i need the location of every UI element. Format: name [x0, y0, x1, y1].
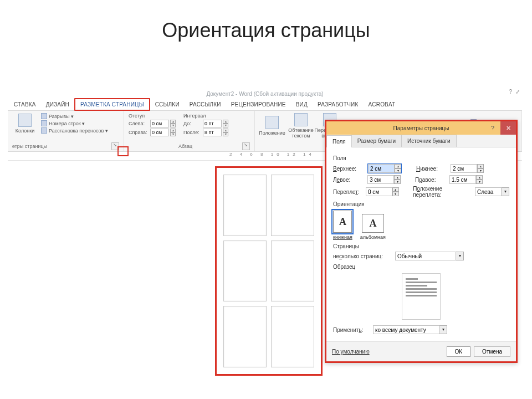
position-label: Положение	[259, 130, 285, 136]
chevron-down-icon[interactable]: ▾	[456, 252, 464, 260]
spin-down-icon[interactable]: ▾	[476, 180, 483, 184]
apply-to-value[interactable]	[373, 325, 439, 334]
spin-up-icon[interactable]: ▴	[223, 120, 228, 124]
dialog-tab-paper[interactable]: Размер бумаги	[351, 135, 402, 147]
tab-developer[interactable]: РАЗРАБОТЧИК	[313, 99, 363, 110]
wrap-text-button[interactable]: Обтекание текстом	[288, 113, 314, 139]
spacing-after-field[interactable]: ▴▾	[203, 129, 228, 136]
tab-acrobat[interactable]: ACROBAT	[363, 99, 400, 110]
gutter-position-select[interactable]: ▾	[475, 187, 509, 196]
margin-top-field[interactable]: ▴▾	[367, 163, 402, 173]
default-button[interactable]: По умолчанию	[332, 349, 370, 355]
landscape-icon: A	[362, 214, 384, 233]
chevron-down-icon[interactable]: ▾	[439, 325, 447, 334]
portrait-icon: A	[333, 211, 352, 233]
breaks-menu[interactable]: Разрывы ▾	[41, 113, 108, 119]
gutter-position-value[interactable]	[475, 187, 502, 196]
indent-right-field[interactable]: ▴▾	[150, 129, 176, 136]
multiple-pages-select[interactable]: ▾	[395, 252, 464, 260]
pages-section-label: Страницы	[333, 243, 509, 249]
paragraph-dialog-launcher[interactable]	[242, 142, 250, 150]
tab-insert[interactable]: СТАВКА	[9, 99, 41, 110]
spin-down-icon[interactable]: ▾	[395, 168, 401, 173]
margin-top-input[interactable]	[368, 164, 395, 173]
spin-up-icon[interactable]: ▴	[223, 129, 228, 132]
ribbon-tabs: СТАВКА ДИЗАЙН РАЗМЕТКА СТРАНИЦЫ ССЫЛКИ Р…	[8, 99, 522, 111]
tab-references[interactable]: ССЫЛКИ	[150, 99, 185, 110]
dialog-tab-fields[interactable]: Поля	[326, 135, 352, 147]
spacing-before-input[interactable]	[203, 120, 222, 127]
spin-down-icon[interactable]: ▾	[170, 124, 176, 127]
page-thumb[interactable]	[271, 306, 314, 367]
page-thumb[interactable]	[223, 306, 267, 367]
gutter-input[interactable]	[366, 187, 392, 196]
indent-left-input[interactable]	[150, 120, 169, 127]
columns-label: Колонки	[16, 128, 34, 134]
orientation-portrait[interactable]: A книжная	[333, 211, 352, 240]
apply-to-select[interactable]: ▾	[373, 325, 447, 334]
columns-button[interactable]: Колонки	[12, 114, 38, 134]
margin-bottom-input[interactable]	[451, 164, 477, 173]
indent-right-label: Справа:	[129, 130, 149, 135]
line-numbers-menu[interactable]: Номера строк ▾	[41, 120, 108, 126]
spacing-before-label: До:	[183, 121, 201, 126]
margin-bottom-field[interactable]: ▴▾	[451, 164, 484, 173]
page-thumb[interactable]	[271, 241, 314, 302]
spin-up-icon[interactable]: ▴	[395, 164, 401, 168]
page-thumb[interactable]	[223, 175, 267, 236]
tab-page-layout[interactable]: РАЗМЕТКА СТРАНИЦЫ	[74, 98, 150, 111]
page-thumb[interactable]	[223, 241, 267, 302]
breaks-label: Разрывы ▾	[49, 114, 74, 119]
page-thumb[interactable]	[271, 175, 314, 236]
spin-down-icon[interactable]: ▾	[223, 124, 228, 127]
titlebar: Документ2 - Word (Сбой активации продукт…	[8, 89, 522, 99]
margin-left-input[interactable]	[367, 175, 394, 184]
gutter-field[interactable]: ▴▾	[366, 187, 399, 196]
tab-mailings[interactable]: РАССЫЛКИ	[185, 99, 226, 110]
tab-view[interactable]: ВИД	[291, 99, 313, 110]
orientation-landscape[interactable]: A альбомная	[360, 214, 386, 240]
word-window: Документ2 - Word (Сбой активации продукт…	[8, 89, 522, 393]
spin-down-icon[interactable]: ▾	[392, 192, 399, 196]
spin-down-icon[interactable]: ▾	[223, 132, 228, 136]
margin-right-input[interactable]	[449, 175, 476, 184]
margin-right-field[interactable]: ▴▾	[449, 175, 483, 184]
multiple-pages-label: несколько страниц:	[333, 253, 392, 259]
ok-button[interactable]: ОК	[447, 346, 471, 357]
spacing-after-label: После:	[183, 130, 201, 135]
chevron-down-icon[interactable]: ▾	[502, 187, 509, 196]
wrap-label: Обтекание текстом	[288, 127, 314, 139]
margin-left-field[interactable]: ▴▾	[367, 175, 401, 184]
spacing-after-input[interactable]	[203, 129, 222, 136]
breaks-icon	[41, 113, 47, 119]
landscape-label: альбомная	[360, 234, 386, 240]
hyphenation-menu[interactable]: Расстановка переносов ▾	[41, 127, 108, 134]
spin-up-icon[interactable]: ▴	[170, 120, 176, 124]
spin-down-icon[interactable]: ▾	[170, 132, 176, 136]
page-setup-dialog: Параметры страницы ? ✕ Поля Размер бумаг…	[325, 120, 518, 363]
position-button[interactable]: Положение	[259, 116, 285, 136]
help-icon[interactable]: ?	[509, 89, 512, 95]
dialog-help-button[interactable]: ?	[485, 121, 500, 135]
tab-design[interactable]: ДИЗАЙН	[41, 99, 74, 110]
spin-up-icon[interactable]: ▴	[392, 187, 399, 192]
margin-left-label: Левое:	[333, 177, 364, 183]
spin-down-icon[interactable]: ▾	[477, 168, 484, 173]
dialog-tab-source[interactable]: Источник бумаги	[401, 135, 457, 147]
spin-up-icon[interactable]: ▴	[170, 129, 176, 132]
spacing-before-field[interactable]: ▴▾	[203, 120, 228, 127]
tab-review[interactable]: РЕЦЕНЗИРОВАНИЕ	[226, 99, 291, 110]
hyphenation-label: Расстановка переносов ▾	[49, 128, 108, 134]
spin-up-icon[interactable]: ▴	[477, 164, 484, 168]
ribbon-display-icon[interactable]: ⤢	[515, 89, 520, 95]
wrap-icon	[294, 113, 308, 126]
dialog-close-button[interactable]: ✕	[500, 121, 516, 135]
indent-left-field[interactable]: ▴▾	[150, 120, 176, 127]
cancel-button[interactable]: Отмена	[474, 346, 510, 357]
multiple-pages-value[interactable]	[395, 252, 456, 260]
spin-up-icon[interactable]: ▴	[476, 175, 483, 180]
indent-right-input[interactable]	[150, 129, 169, 136]
spin-down-icon[interactable]: ▾	[394, 180, 401, 184]
dialog-titlebar: Параметры страницы ? ✕	[326, 121, 516, 135]
spin-up-icon[interactable]: ▴	[394, 175, 401, 180]
